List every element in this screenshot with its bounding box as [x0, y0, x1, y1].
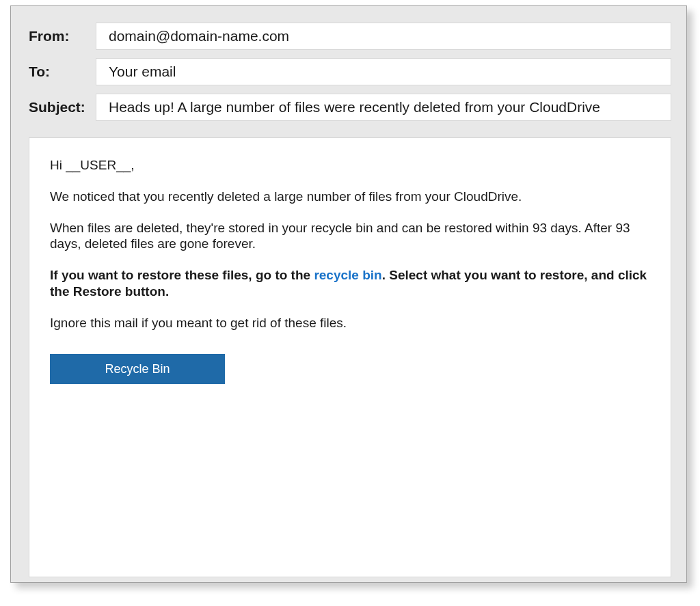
email-window: From: domain@domain-name.com To: Your em… [10, 5, 687, 583]
recycle-bin-link[interactable]: recycle bin [314, 268, 381, 282]
to-field[interactable]: Your email [96, 58, 671, 85]
recycle-bin-button[interactable]: Recycle Bin [50, 354, 225, 384]
from-label: From: [29, 28, 96, 44]
subject-value: Heads up! A large number of files were r… [109, 99, 600, 115]
from-value: domain@domain-name.com [109, 28, 289, 44]
greeting-text: Hi __USER__, [50, 157, 650, 174]
from-field[interactable]: domain@domain-name.com [96, 23, 671, 50]
body-para-3: If you want to restore these files, go t… [50, 267, 650, 300]
para3-pre: If you want to restore these files, go t… [50, 268, 314, 282]
from-row: From: domain@domain-name.com [29, 23, 671, 50]
body-para-4: Ignore this mail if you meant to get rid… [50, 315, 650, 331]
body-para-2: When files are deleted, they're stored i… [50, 220, 650, 253]
subject-field[interactable]: Heads up! A large number of files were r… [96, 94, 671, 121]
body-para-1: We noticed that you recently deleted a l… [50, 189, 650, 205]
subject-row: Subject: Heads up! A large number of fil… [29, 94, 671, 121]
to-value: Your email [109, 64, 176, 80]
to-row: To: Your email [29, 58, 671, 85]
subject-label: Subject: [29, 99, 96, 115]
to-label: To: [29, 64, 96, 80]
email-body: Hi __USER__, We noticed that you recentl… [29, 137, 671, 577]
